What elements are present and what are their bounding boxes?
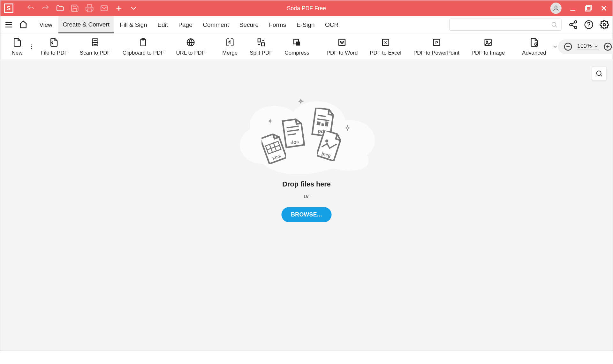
menu-ocr[interactable]: OCR	[321, 16, 343, 33]
zoom-in-icon[interactable]	[603, 42, 612, 51]
menu-label: View	[39, 21, 52, 28]
svg-point-24	[31, 46, 32, 47]
svg-text:W: W	[340, 40, 344, 45]
svg-point-22	[603, 23, 605, 26]
svg-point-17	[574, 26, 577, 28]
app-logo: S	[4, 4, 13, 13]
menu-forms[interactable]: Forms	[265, 16, 291, 33]
undo-icon[interactable]	[26, 4, 35, 12]
svg-point-15	[574, 20, 577, 23]
help-icon[interactable]	[584, 20, 594, 29]
search-input[interactable]	[453, 21, 551, 27]
svg-line-14	[556, 26, 557, 27]
workspace: pdf doc xlsx jpeg Drop files here or BRO…	[0, 60, 612, 351]
menu-label: OCR	[325, 21, 338, 28]
svg-point-23	[31, 44, 32, 45]
tool-scan-to-pdf[interactable]: Scan to PDF	[74, 33, 117, 60]
svg-rect-0	[87, 9, 92, 12]
window-maximize-icon[interactable]	[584, 4, 593, 12]
browse-button[interactable]: BROWSE...	[281, 207, 331, 222]
svg-rect-59	[321, 123, 324, 126]
save-icon[interactable]	[71, 4, 79, 12]
tool-label: Merge	[222, 49, 238, 56]
titlebar: S	[0, 0, 612, 16]
tool-label: Compress	[285, 49, 309, 56]
svg-rect-58	[316, 121, 321, 125]
tool-file-to-pdf[interactable]: File to PDF	[34, 33, 74, 60]
tool-compress[interactable]: Compress	[279, 33, 315, 60]
tool-label: PDF to Excel	[370, 49, 401, 56]
search-icon	[551, 21, 558, 28]
or-text: or	[224, 193, 389, 200]
tool-advanced[interactable]: Advanced	[516, 33, 552, 60]
redo-icon[interactable]	[41, 4, 50, 12]
zoom-value-dropdown[interactable]: 100%	[577, 43, 599, 50]
chevron-down-icon[interactable]	[129, 4, 138, 12]
zoom-value: 100%	[577, 43, 592, 49]
svg-rect-34	[258, 39, 261, 42]
menu-view[interactable]: View	[35, 16, 57, 33]
find-in-page-icon[interactable]	[592, 66, 607, 81]
svg-line-55	[601, 75, 602, 76]
menu-label: Page	[178, 21, 192, 28]
menu-comment[interactable]: Comment	[199, 16, 233, 33]
home-icon[interactable]	[19, 20, 28, 29]
svg-point-54	[597, 71, 601, 75]
open-file-icon[interactable]	[56, 4, 64, 12]
hamburger-menu-icon[interactable]	[4, 20, 13, 29]
settings-gear-icon[interactable]	[600, 20, 609, 29]
tool-label: Advanced	[522, 49, 546, 56]
menu-create-convert[interactable]: Create & Convert	[58, 16, 114, 33]
window-close-icon[interactable]	[600, 4, 608, 12]
tool-merge[interactable]: Merge	[216, 33, 244, 60]
chevron-down-icon[interactable]	[552, 43, 558, 49]
tool-pdf-to-image[interactable]: PDF to Image	[465, 33, 511, 60]
menu-label: Comment	[203, 21, 229, 28]
tool-label: Split PDF	[250, 49, 272, 56]
dropzone[interactable]: pdf doc xlsx jpeg Drop files here or BRO…	[224, 86, 389, 222]
search-field[interactable]	[449, 19, 562, 31]
tool-new[interactable]: New	[6, 33, 29, 60]
add-icon[interactable]	[115, 4, 123, 12]
app-title: Soda PDF Free	[287, 5, 326, 11]
tool-label: Clipboard to PDF	[123, 49, 164, 56]
menu-label: E-Sign	[297, 21, 315, 28]
svg-point-13	[552, 22, 556, 26]
mail-icon[interactable]	[100, 4, 109, 12]
account-avatar-icon[interactable]	[550, 3, 562, 14]
tool-label: PDF to Word	[327, 49, 358, 56]
tool-url-to-pdf[interactable]: URL to PDF	[170, 33, 211, 60]
chevron-down-icon	[594, 43, 599, 49]
kebab-icon[interactable]	[28, 43, 34, 49]
tool-clipboard-to-pdf[interactable]: Clipboard to PDF	[117, 33, 170, 60]
svg-point-4	[555, 6, 557, 8]
svg-rect-39	[296, 42, 300, 45]
zoom-control: 100%	[558, 39, 613, 54]
menu-label: Forms	[269, 21, 286, 28]
menu-fill-sign[interactable]: Fill & Sign	[116, 16, 151, 33]
tool-pdf-to-word[interactable]: W PDF to Word	[321, 33, 364, 60]
print-icon[interactable]	[85, 4, 94, 12]
zoom-out-icon[interactable]	[564, 42, 573, 51]
menu-secure[interactable]: Secure	[235, 16, 263, 33]
menu-page[interactable]: Page	[174, 16, 197, 33]
svg-point-47	[486, 41, 488, 42]
tool-label: New	[12, 49, 23, 56]
svg-text:P: P	[435, 40, 438, 45]
svg-text:X: X	[384, 40, 387, 45]
toolbar: New File to PDF Scan to PDF Clipboard to…	[0, 33, 612, 60]
window-minimize-icon[interactable]	[569, 4, 577, 12]
svg-rect-6	[587, 5, 591, 10]
svg-rect-35	[261, 42, 264, 46]
share-icon[interactable]	[569, 20, 578, 29]
tool-label: Scan to PDF	[80, 49, 110, 56]
menu-label: Fill & Sign	[120, 21, 147, 28]
menu-edit[interactable]: Edit	[153, 16, 172, 33]
menu-label: Create & Convert	[63, 20, 109, 27]
tool-label: File to PDF	[41, 49, 68, 56]
tool-split-pdf[interactable]: Split PDF	[244, 33, 278, 60]
tool-pdf-to-excel[interactable]: X PDF to Excel	[364, 33, 407, 60]
menu-esign[interactable]: E-Sign	[292, 16, 319, 33]
svg-line-19	[572, 25, 574, 27]
tool-pdf-to-powerpoint[interactable]: P PDF to PowerPoint	[407, 33, 465, 60]
